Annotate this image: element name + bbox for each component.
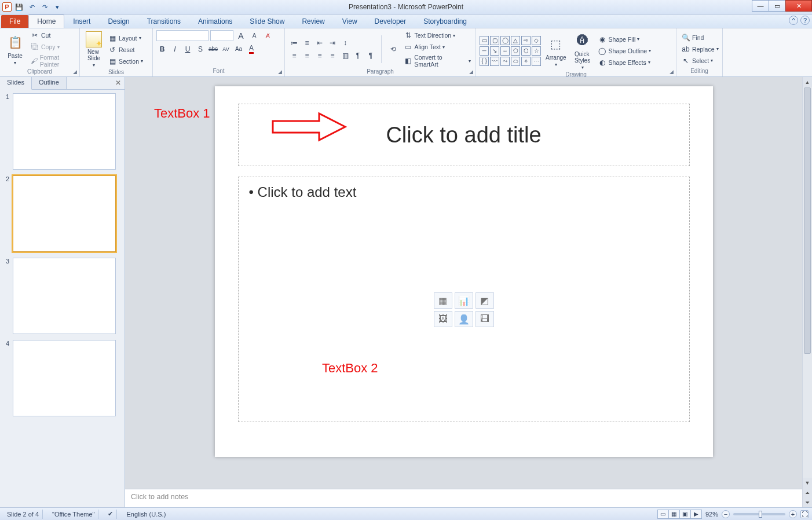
- tab-file[interactable]: File: [1, 15, 28, 28]
- outline-tab[interactable]: Outline: [32, 77, 67, 89]
- language[interactable]: English (U.S.): [123, 510, 169, 519]
- scroll-up-button[interactable]: ▲: [803, 77, 812, 87]
- tab-home[interactable]: Home: [28, 14, 64, 28]
- shapes-gallery[interactable]: ▭▢◯△⇨◇ ─↘↔⬠⬡☆ { }〰⤳⬭✧⋯: [480, 36, 541, 66]
- insert-chart-icon[interactable]: 📊: [455, 292, 473, 309]
- underline-button[interactable]: U: [182, 43, 193, 54]
- shrink-font-button[interactable]: A: [248, 30, 260, 41]
- zoom-out-button[interactable]: −: [722, 510, 730, 518]
- tab-transitions[interactable]: Transitions: [138, 14, 189, 28]
- slide[interactable]: Click to add title Click to add text ▦ 📊…: [215, 86, 713, 457]
- arrange-button[interactable]: ⬚Arrange▾: [543, 34, 569, 68]
- slideshow-view-button[interactable]: ▶: [690, 510, 702, 519]
- increase-indent-button[interactable]: ⇥: [327, 38, 338, 49]
- select-button[interactable]: ↖Select▾: [680, 56, 720, 66]
- reading-view-button[interactable]: ▣: [679, 510, 691, 519]
- shape-effects-button[interactable]: ◐Shape Effects▾: [597, 57, 653, 68]
- zoom-slider[interactable]: [733, 513, 785, 515]
- help-button[interactable]: ?: [800, 16, 810, 25]
- save-button[interactable]: 💾: [14, 2, 24, 12]
- grow-font-button[interactable]: A: [235, 30, 247, 41]
- title-placeholder[interactable]: Click to add title: [238, 104, 690, 166]
- zoom-in-button[interactable]: +: [789, 510, 797, 518]
- theme-name[interactable]: "Office Theme": [49, 510, 98, 519]
- justify-button[interactable]: ≡: [327, 50, 338, 61]
- change-case-button[interactable]: Aa: [233, 43, 244, 54]
- next-slide-button[interactable]: ⏷: [803, 497, 812, 507]
- spellcheck-icon[interactable]: ✔: [104, 510, 117, 519]
- bold-button[interactable]: B: [156, 43, 168, 54]
- sorter-view-button[interactable]: ▦: [668, 510, 680, 519]
- rtl-button[interactable]: ¶: [365, 50, 376, 61]
- ltr-button[interactable]: ¶: [352, 50, 364, 61]
- font-size-combo[interactable]: [210, 30, 233, 41]
- align-right-button[interactable]: ≡: [314, 50, 325, 61]
- tab-insert[interactable]: Insert: [64, 14, 99, 28]
- new-slide-button[interactable]: ✦ New Slide▾: [83, 30, 104, 69]
- smartart-button[interactable]: ◧Convert to SmartArt▾: [403, 53, 472, 68]
- line-spacing-button[interactable]: ↕: [339, 38, 351, 49]
- zoom-knob[interactable]: [759, 511, 762, 518]
- numbering-button[interactable]: ≡: [301, 38, 313, 49]
- clipboard-dialog-launcher[interactable]: ◢: [71, 68, 78, 75]
- font-dialog-launcher[interactable]: ◢: [276, 68, 283, 75]
- maximize-button[interactable]: ▭: [769, 0, 786, 12]
- tab-view[interactable]: View: [334, 14, 366, 28]
- slide-thumbnail[interactable]: [13, 175, 116, 252]
- decrease-indent-button[interactable]: ⇤: [314, 38, 325, 49]
- text-rotate-button[interactable]: ⟲: [386, 35, 400, 63]
- tab-review[interactable]: Review: [293, 14, 333, 28]
- insert-media-icon[interactable]: 🎞: [476, 311, 494, 327]
- scroll-thumb[interactable]: [804, 87, 811, 354]
- zoom-percent[interactable]: 92%: [705, 511, 718, 518]
- layout-button[interactable]: ▦Layout▾: [107, 33, 144, 43]
- slides-tab[interactable]: Slides: [0, 77, 32, 90]
- slide-position[interactable]: Slide 2 of 4: [3, 510, 43, 519]
- shape-fill-button[interactable]: ◉Shape Fill▾: [597, 34, 653, 45]
- shape-outline-button[interactable]: ◯Shape Outline▾: [597, 46, 653, 56]
- tab-storyboarding[interactable]: Storyboarding: [415, 14, 476, 28]
- clear-format-button[interactable]: A̸: [262, 30, 273, 41]
- italic-button[interactable]: I: [169, 43, 181, 54]
- reset-button[interactable]: ↺Reset: [107, 45, 144, 55]
- prev-slide-button[interactable]: ⏶: [803, 488, 812, 497]
- fit-window-button[interactable]: ⛶: [800, 510, 809, 518]
- tab-developer[interactable]: Developer: [366, 14, 415, 28]
- bullets-button[interactable]: ≔: [288, 38, 300, 49]
- canvas-scroll[interactable]: Click to add title Click to add text ▦ 📊…: [125, 77, 802, 489]
- paste-button[interactable]: 📋 Paste ▾: [3, 32, 27, 67]
- text-direction-button[interactable]: ⇅Text Direction▾: [403, 30, 472, 41]
- paragraph-dialog-launcher[interactable]: ◢: [467, 68, 474, 75]
- align-text-button[interactable]: ▭Align Text▾: [403, 42, 472, 52]
- redo-button[interactable]: ↷: [39, 2, 50, 12]
- copy-button[interactable]: ⿻Copy▾: [29, 42, 76, 52]
- font-family-combo[interactable]: [156, 30, 209, 41]
- quick-styles-button[interactable]: 🅐Quick Styles▾: [571, 30, 594, 71]
- format-painter-button[interactable]: 🖌Format Painter: [29, 53, 76, 68]
- slide-thumbnail[interactable]: [13, 340, 116, 416]
- columns-button[interactable]: ▥: [339, 50, 351, 61]
- tab-design[interactable]: Design: [99, 14, 138, 28]
- notes-pane[interactable]: Click to add notes: [125, 489, 802, 507]
- slide-thumbnail[interactable]: [13, 93, 116, 170]
- close-button[interactable]: ✕: [785, 0, 812, 12]
- slide-thumbnail[interactable]: [13, 258, 116, 334]
- insert-table-icon[interactable]: ▦: [434, 292, 452, 309]
- undo-button[interactable]: ↶: [27, 2, 37, 12]
- minimize-ribbon-button[interactable]: ^: [789, 16, 798, 25]
- insert-clipart-icon[interactable]: 👤: [455, 311, 473, 327]
- insert-picture-icon[interactable]: 🖼: [434, 311, 452, 327]
- shadow-button[interactable]: S: [195, 43, 206, 54]
- char-spacing-button[interactable]: AV: [220, 43, 232, 54]
- align-left-button[interactable]: ≡: [288, 50, 300, 61]
- tab-slideshow[interactable]: Slide Show: [241, 14, 293, 28]
- insert-smartart-icon[interactable]: ◩: [476, 292, 494, 309]
- tab-animations[interactable]: Animations: [189, 14, 241, 28]
- find-button[interactable]: 🔍Find: [680, 32, 720, 43]
- qat-customize[interactable]: ▾: [52, 2, 63, 12]
- close-panel-button[interactable]: ✕: [115, 79, 121, 87]
- replace-button[interactable]: abReplace▾: [680, 44, 720, 54]
- font-color-button[interactable]: A: [246, 43, 257, 54]
- vertical-scrollbar[interactable]: ▲ ▼ ⏶ ⏷: [802, 77, 812, 507]
- scroll-down-button[interactable]: ▼: [803, 478, 812, 488]
